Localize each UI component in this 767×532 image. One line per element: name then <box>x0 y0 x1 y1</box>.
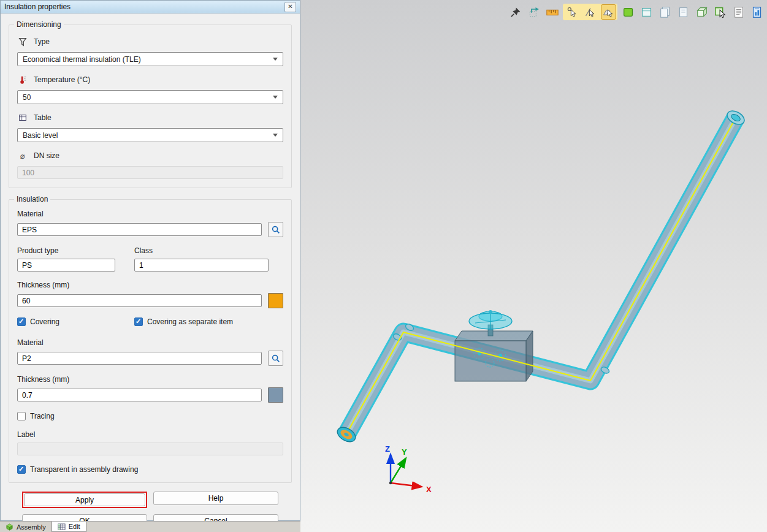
help-button[interactable]: Help <box>153 492 278 505</box>
dn-size-input <box>17 166 283 179</box>
label-input <box>17 443 283 455</box>
tab-edit[interactable]: Edit <box>52 522 86 532</box>
dialog-body: Dimensioning Type Economical thermal ins… <box>1 13 300 528</box>
covering-checkbox[interactable] <box>17 317 26 326</box>
tracing-checkbox[interactable] <box>17 412 26 420</box>
thermometer-icon <box>17 74 28 85</box>
axis-z-label: Z <box>385 444 390 454</box>
material-input-row <box>17 222 283 237</box>
perspective-view-icon[interactable] <box>694 4 709 20</box>
tracing-label: Tracing <box>30 412 55 420</box>
covering-checkbox-row: Covering Covering as separate item <box>17 317 283 326</box>
snap-points-icon[interactable] <box>564 4 579 20</box>
covering-material-input-row <box>17 351 283 366</box>
diameter-icon: ⌀ <box>17 150 28 161</box>
chevron-down-icon <box>273 58 278 61</box>
covering-material-input[interactable] <box>17 352 262 365</box>
insulation-properties-dialog: Insulation properties ✕ Dimensioning Typ… <box>0 0 300 521</box>
report-list-icon-glyph <box>732 6 746 19</box>
thickness-input[interactable] <box>17 294 262 307</box>
apply-button[interactable]: Apply <box>24 493 145 506</box>
ghost-view-icon-glyph <box>677 6 690 19</box>
type-select[interactable]: Economical thermal insulation (TLE) <box>17 52 283 66</box>
covering-material-search-button[interactable] <box>268 351 283 366</box>
shaded-view-icon[interactable] <box>620 4 636 20</box>
product-type-input[interactable] <box>17 259 115 272</box>
pin-icon-glyph <box>509 6 522 18</box>
snap-lines-icon-glyph <box>584 6 597 18</box>
product-class-grid: Product type Class <box>17 246 283 272</box>
model-viewport[interactable]: Z Y X <box>300 0 767 532</box>
chevron-down-icon <box>273 96 278 99</box>
insulation-color-swatch[interactable] <box>268 293 283 308</box>
dialog-title: Insulation properties <box>4 2 71 11</box>
temperature-label: Temperature (°C) <box>34 75 90 84</box>
table-icon <box>17 112 28 123</box>
pipe-model-scene: Z Y X <box>300 0 767 532</box>
select-objects-view-icon[interactable] <box>712 4 728 20</box>
assembly-cube-icon <box>6 523 13 531</box>
snap-points-icon-glyph <box>566 6 578 18</box>
hidden-lines-view-icon-glyph <box>658 6 672 19</box>
type-label: Type <box>34 37 50 46</box>
transparent-checkbox[interactable] <box>17 465 26 474</box>
type-row: Type <box>17 36 283 47</box>
temperature-select[interactable]: 50 <box>17 90 283 104</box>
thickness-input-row <box>17 293 283 308</box>
covering-separate-checkbox[interactable] <box>134 317 143 326</box>
temperature-select-value: 50 <box>23 93 31 102</box>
tab-assembly-label: Assembly <box>17 523 46 531</box>
covering-material-label: Material <box>17 338 283 347</box>
pan-view-icon-glyph <box>528 6 540 18</box>
measure-icon[interactable] <box>544 4 560 20</box>
pipe-run[interactable] <box>346 118 736 435</box>
covering-option: Covering <box>17 317 115 326</box>
chevron-down-icon <box>273 134 278 137</box>
pin-icon[interactable] <box>508 4 523 20</box>
filter-funnel-icon <box>17 36 28 47</box>
thermometer-icon-glyph <box>18 75 28 85</box>
table-select[interactable]: Basic level <box>17 128 283 142</box>
covering-thickness-input[interactable] <box>17 389 262 401</box>
covering-label: Covering <box>30 317 59 326</box>
dimensioning-legend: Dimensioning <box>14 20 64 29</box>
tracing-option: Tracing <box>17 412 283 420</box>
covering-separate-label: Covering as separate item <box>147 317 233 326</box>
table-select-value: Basic level <box>23 131 58 140</box>
search-icon <box>271 354 281 363</box>
thickness-label: Thickness (mm) <box>17 281 283 289</box>
insulation-legend: Insulation <box>14 195 50 203</box>
product-type-label: Product type <box>17 246 115 255</box>
drawing-list-icon[interactable] <box>749 4 765 20</box>
close-icon[interactable]: ✕ <box>284 2 296 12</box>
material-search-button[interactable] <box>268 222 283 237</box>
covering-color-swatch[interactable] <box>268 387 283 403</box>
perspective-view-icon-glyph <box>695 6 709 19</box>
snap-lines-icon[interactable] <box>582 4 598 20</box>
dialog-titlebar[interactable]: Insulation properties ✕ <box>1 1 300 13</box>
covering-separate-option: Covering as separate item <box>134 317 269 326</box>
class-input[interactable] <box>134 259 269 272</box>
wireframe-view-icon[interactable] <box>639 4 654 20</box>
temperature-row: Temperature (°C) <box>17 74 283 85</box>
valve-block[interactable] <box>455 310 533 381</box>
tab-assembly[interactable]: Assembly <box>0 522 52 532</box>
insulation-group: Insulation Material Product type Class T… <box>9 199 292 483</box>
report-list-icon[interactable] <box>731 4 746 20</box>
ghost-view-icon[interactable] <box>676 4 691 20</box>
label-label: Label <box>17 430 283 439</box>
snap-planes-icon[interactable] <box>601 4 616 20</box>
axis-y-label: Y <box>402 447 407 457</box>
measure-icon-glyph <box>546 6 559 19</box>
covering-thickness-input-row <box>17 387 283 403</box>
hidden-lines-view-icon[interactable] <box>657 4 673 20</box>
class-label: Class <box>134 246 269 255</box>
type-select-value: Economical thermal insulation (TLE) <box>23 55 141 64</box>
material-input[interactable] <box>17 223 262 236</box>
drawing-list-icon-glyph <box>750 6 764 19</box>
wireframe-view-icon-glyph <box>640 6 654 19</box>
pan-view-icon[interactable] <box>526 4 541 20</box>
edit-grid-icon <box>58 523 66 531</box>
pipe-centerline <box>346 118 736 434</box>
table-row: Table <box>17 112 283 123</box>
